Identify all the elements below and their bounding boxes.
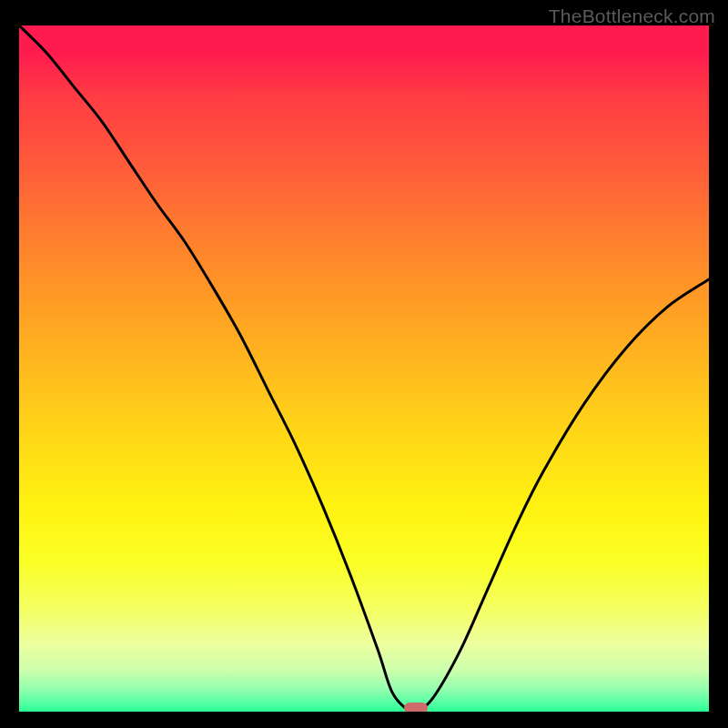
watermark-text: TheBottleneck.com bbox=[549, 5, 715, 27]
chart-frame: TheBottleneck.com bbox=[0, 0, 728, 728]
bottleneck-curve bbox=[19, 25, 709, 712]
plot-area bbox=[19, 25, 709, 712]
valley-marker bbox=[404, 703, 428, 712]
